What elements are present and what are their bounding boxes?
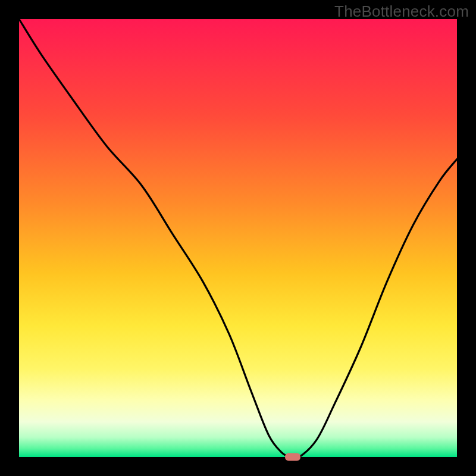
bottleneck-chart: [0, 0, 476, 476]
plot-area: [19, 19, 457, 457]
watermark-text: TheBottleneck.com: [334, 2, 469, 21]
chart-container: TheBottleneck.com: [0, 0, 476, 476]
optimal-marker: [285, 453, 300, 461]
